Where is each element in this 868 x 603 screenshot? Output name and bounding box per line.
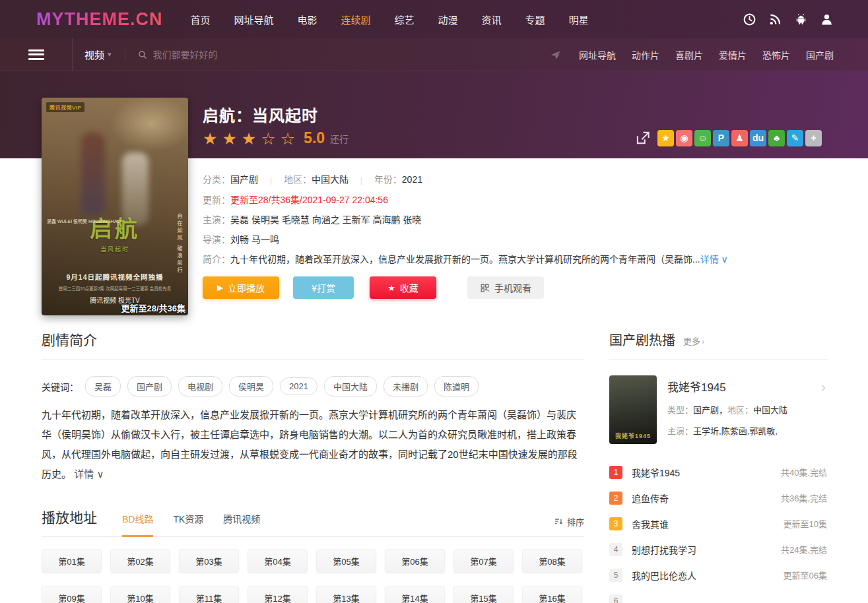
sort-button[interactable]: 排序 (554, 515, 584, 528)
sidebar-more-link[interactable]: 更多› (683, 333, 704, 350)
share-note-icon[interactable]: ✎ (787, 130, 803, 146)
nav-variety[interactable]: 综艺 (395, 13, 415, 26)
rating-score: 5.0 (304, 129, 325, 147)
mobile-watch-button[interactable]: 手机观看 (467, 276, 544, 299)
featured-thumbnail: 我姥爷1945 (609, 375, 657, 444)
search-input[interactable] (153, 49, 371, 60)
share-export-icon[interactable] (634, 129, 651, 146)
keyword-tag[interactable]: 中国大陆 (324, 376, 377, 397)
ranking-list: 1 我姥爷1945 共40集,完结 2 追鱼传奇 共36集,完结 3 舍我其谁 … (609, 459, 827, 603)
nav-site-directory[interactable]: 网址导航 (234, 13, 274, 26)
android-icon[interactable] (794, 13, 808, 26)
video-poster[interactable]: 腾讯视频VIP 启航 当风起时 吴磊 WULEI 侯明昊 HOUMINGHAO … (42, 98, 188, 315)
sublink-site-directory[interactable]: 网址导航 (579, 48, 616, 61)
episode-button[interactable]: 第14集 (385, 586, 445, 603)
site-logo[interactable]: MYTHEME.CN (36, 9, 163, 30)
rank-title[interactable]: 我姥爷1945 (632, 466, 781, 479)
episode-button[interactable]: 第12集 (248, 586, 308, 603)
ranking-item[interactable]: 2 追鱼传奇 共36集,完结 (609, 485, 827, 511)
episode-button[interactable]: 第06集 (385, 549, 445, 573)
episode-button[interactable]: 第03集 (179, 549, 239, 573)
nav-stars[interactable]: 明星 (569, 13, 589, 26)
episode-button[interactable]: 第08集 (522, 549, 582, 573)
ranking-item[interactable]: 1 我姥爷1945 共40集,完结 (609, 459, 827, 485)
tab-tencent-video[interactable]: 腾讯视频 (223, 512, 260, 537)
keyword-tag[interactable]: 未播剧 (384, 376, 428, 397)
star-empty-icon[interactable]: ☆ (261, 130, 275, 147)
star-filled-icon[interactable]: ★ (203, 130, 217, 147)
rank-title[interactable]: 舍我其谁 (632, 517, 784, 530)
meta-category[interactable]: 国产剧 (230, 174, 258, 185)
star-filled-icon[interactable]: ★ (242, 130, 256, 147)
submit-plane-icon[interactable] (550, 49, 562, 61)
keyword-tag[interactable]: 陈道明 (434, 376, 479, 397)
star-empty-icon[interactable]: ☆ (281, 130, 295, 147)
ranking-item[interactable]: 4 别想打扰我学习 共24集,完结 (609, 536, 827, 562)
menu-toggle[interactable] (0, 38, 73, 71)
reward-button[interactable]: ¥打赏 (293, 276, 354, 299)
tab-tk-source[interactable]: TK资源 (173, 512, 203, 537)
favorite-button[interactable]: ★ 收藏 (370, 276, 436, 299)
nav-tv-series[interactable]: 连续剧 (341, 13, 371, 26)
episode-button[interactable]: 第13集 (316, 586, 376, 603)
sublink-comedy[interactable]: 喜剧片 (675, 48, 703, 61)
ranking-item[interactable]: 5 我的巴比伦恋人 更新至06集 (609, 562, 827, 588)
nav-movies[interactable]: 电影 (298, 13, 317, 26)
share-qq-icon[interactable]: ♟ (731, 130, 748, 146)
nav-topics[interactable]: 专题 (525, 13, 545, 26)
vip-badge: 腾讯视频VIP (46, 102, 84, 112)
nav-home[interactable]: 首页 (191, 13, 211, 26)
rank-title[interactable]: 追鱼传奇 (632, 492, 781, 505)
share-p-network-icon[interactable]: P (713, 130, 729, 146)
episode-button[interactable]: 第07集 (453, 549, 514, 573)
meta-year[interactable]: 2021 (402, 174, 422, 185)
nav-anime[interactable]: 动漫 (438, 13, 458, 26)
synopsis-detail-link[interactable]: 详情 ∨ (74, 468, 104, 480)
tab-bd-line[interactable]: BD线路 (122, 512, 153, 537)
nav-news[interactable]: 资讯 (482, 13, 502, 26)
meta-cast-value[interactable]: 吴磊 侯明昊 毛晓慧 向涵之 王新军 高海鹏 张晓 (230, 214, 421, 225)
sublink-action[interactable]: 动作片 (632, 48, 659, 61)
episode-button[interactable]: 第09集 (42, 586, 102, 603)
share-wechat-icon[interactable]: ☺ (694, 130, 711, 146)
share-clover-icon[interactable]: ♣ (768, 130, 785, 146)
episode-button[interactable]: 第02集 (110, 549, 170, 573)
chevron-down-icon: ▾ (108, 50, 112, 59)
keyword-tag[interactable]: 2021 (280, 377, 317, 395)
episode-button[interactable]: 第01集 (42, 549, 102, 573)
star-filled-icon[interactable]: ★ (222, 130, 236, 147)
share-baidu-icon[interactable]: du (750, 130, 766, 146)
intro-detail-link[interactable]: 详情 ∨ (700, 254, 728, 265)
rank-title[interactable]: 别想打扰我学习 (632, 543, 781, 556)
rank-title[interactable]: 我的巴比伦恋人 (632, 569, 784, 582)
rss-icon[interactable] (768, 13, 782, 26)
ranking-item[interactable]: 6 (609, 588, 827, 603)
keyword-tag[interactable]: 电视剧 (178, 376, 222, 397)
top-nav-bar: MYTHEME.CN 首页 网址导航 电影 连续剧 综艺 动漫 资讯 专题 明星 (0, 0, 868, 38)
episode-button[interactable]: 第05集 (316, 549, 376, 573)
share-qzone-icon[interactable]: ★ (657, 130, 674, 146)
featured-show[interactable]: 我姥爷1945 我姥爷1945 类型：国产剧，地区：中国大陆 主演：王学圻,陈紫… (609, 375, 827, 444)
episode-button[interactable]: 第04集 (248, 549, 308, 573)
sublink-romance[interactable]: 爱情片 (719, 48, 747, 61)
episode-button[interactable]: 第11集 (179, 586, 239, 603)
keyword-tag[interactable]: 国产剧 (127, 376, 172, 397)
sublink-horror[interactable]: 恐怖片 (762, 48, 790, 61)
keyword-tag[interactable]: 吴磊 (85, 376, 121, 397)
episode-button[interactable]: 第10集 (110, 586, 170, 603)
featured-title[interactable]: 我姥爷1945 (667, 378, 787, 395)
sublink-domestic-drama[interactable]: 国产剧 (806, 48, 834, 61)
share-more-icon[interactable]: + (805, 130, 822, 146)
ranking-item[interactable]: 3 舍我其谁 更新至10集 (609, 511, 827, 536)
history-icon[interactable] (743, 13, 756, 26)
keyword-tag[interactable]: 侯明昊 (229, 376, 273, 397)
sidebar-head: 国产剧热播 更多› (609, 331, 827, 360)
meta-director-value[interactable]: 刘畅 马一鸣 (230, 234, 279, 245)
episode-button[interactable]: 第15集 (453, 586, 514, 603)
play-now-button[interactable]: ▶ 立即播放 (203, 276, 279, 299)
share-weibo-icon[interactable]: ◉ (676, 130, 692, 146)
meta-region[interactable]: 中国大陆 (312, 174, 349, 185)
episode-button[interactable]: 第16集 (522, 586, 582, 603)
channel-select[interactable]: 视频 ▾ (84, 48, 112, 61)
user-icon[interactable] (820, 13, 834, 26)
